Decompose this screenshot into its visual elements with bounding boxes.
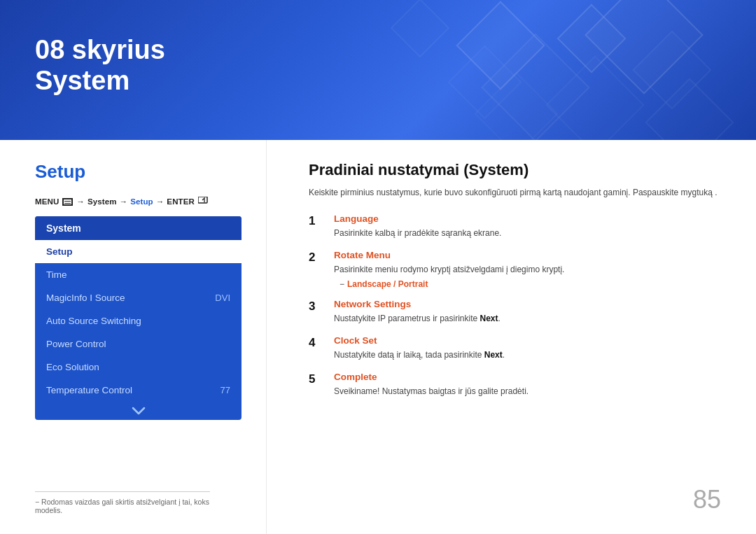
system-menu-header: System: [35, 216, 241, 240]
menu-chevron[interactable]: [35, 402, 241, 420]
enter-icon: [198, 197, 209, 206]
step-text: Pasirinkite kalbą ir pradėkite sąranką e…: [334, 227, 721, 240]
menu-item-setup[interactable]: Setup: [35, 240, 241, 263]
step-number: 5: [309, 372, 323, 386]
step-content: Rotate Menu Pasirinkite meniu rodymo kry…: [334, 250, 721, 288]
step-label: Rotate Menu: [334, 250, 721, 260]
step-text: Nustatykite IP parametrus ir pasirinkite…: [334, 312, 721, 325]
menu-item-label: Setup: [46, 246, 73, 257]
menu-item-label: Time: [46, 269, 67, 280]
step-label: Complete: [334, 372, 721, 382]
menu-item-label: Eco Solution: [46, 362, 99, 372]
page-header: 08 skyrius System: [0, 0, 756, 140]
section-title: Setup: [35, 161, 238, 183]
step-text: Nustatykite datą ir laiką, tada pasirink…: [334, 349, 721, 362]
step-content: Language Pasirinkite kalbą ir pradėkite …: [334, 213, 721, 240]
footer-note: − Rodomas vaizdas gali skirtis atsižvelg…: [35, 491, 210, 514]
step-label: Clock Set: [334, 335, 721, 346]
step-content: Complete Sveikiname! Nustatymas baigtas …: [334, 372, 721, 398]
step-5: 5 Complete Sveikiname! Nustatymas baigta…: [309, 372, 721, 398]
menu-item-value: DVI: [215, 293, 230, 303]
left-panel: Setup MENU → System → Setup → ENTER Syst…: [0, 140, 266, 534]
page-title: 08 skyrius System: [35, 35, 165, 96]
step-label: Language: [334, 213, 721, 224]
menu-item-label: MagicInfo I Source: [46, 293, 125, 303]
step-number: 4: [309, 336, 323, 350]
step-number: 3: [309, 300, 323, 314]
step-content: Clock Set Nustatykite datą ir laiką, tad…: [334, 335, 721, 362]
system-path: System: [88, 197, 117, 206]
step-text: Sveikiname! Nustatymas baigtas ir jūs ga…: [334, 385, 721, 398]
menu-item-eco-solution[interactable]: Eco Solution: [35, 356, 241, 379]
menu-item-power-control[interactable]: Power Control: [35, 332, 241, 356]
menu-label: MENU: [35, 197, 59, 206]
step-3: 3 Network Settings Nustatykite IP parame…: [309, 299, 721, 325]
arrow2: →: [120, 197, 128, 206]
menu-item-label: Power Control: [46, 339, 106, 349]
enter-label: ENTER: [167, 197, 195, 206]
menu-item-value: 77: [220, 385, 230, 395]
menu-path: MENU → System → Setup → ENTER: [35, 197, 238, 206]
system-menu: System Setup Time MagicInfo I Source DVI…: [35, 216, 241, 420]
menu-item-time[interactable]: Time: [35, 263, 241, 286]
menu-item-auto-source[interactable]: Auto Source Switching: [35, 309, 241, 332]
step-content: Network Settings Nustatykite IP parametr…: [334, 299, 721, 325]
arrow3: →: [156, 197, 164, 206]
menu-item-label: Temperature Control: [46, 385, 132, 395]
step-label: Network Settings: [334, 299, 721, 309]
main-content: Setup MENU → System → Setup → ENTER Syst…: [0, 140, 756, 534]
step-number: 2: [309, 251, 323, 265]
step-4: 4 Clock Set Nustatykite datą ir laiką, t…: [309, 335, 721, 362]
step-1: 1 Language Pasirinkite kalbą ir pradėkit…: [309, 213, 721, 240]
arrow1: →: [76, 197, 85, 206]
menu-icon: [62, 198, 73, 206]
right-panel: Pradiniai nustatymai (System) Keiskite p…: [266, 140, 756, 534]
content-title: Pradiniai nustatymai (System): [309, 161, 721, 179]
step-text: Pasirinkite meniu rodymo kryptį atsižvel…: [334, 263, 721, 276]
step-sub: −Landscape / Portrait: [334, 279, 721, 289]
step-2: 2 Rotate Menu Pasirinkite meniu rodymo k…: [309, 250, 721, 288]
setup-path: Setup: [130, 197, 153, 206]
menu-item-temp-control[interactable]: Temperature Control 77: [35, 379, 241, 402]
header-pattern: [302, 0, 756, 140]
menu-item-label: Auto Source Switching: [46, 316, 141, 326]
step-number: 1: [309, 214, 323, 228]
footer-note-text: − Rodomas vaizdas gali skirtis atsižvelg…: [35, 498, 210, 514]
content-description: Keiskite pirminius nustatymus, kurie buv…: [309, 186, 721, 199]
page-number: 85: [693, 485, 721, 514]
menu-item-magicinfo[interactable]: MagicInfo I Source DVI: [35, 286, 241, 309]
